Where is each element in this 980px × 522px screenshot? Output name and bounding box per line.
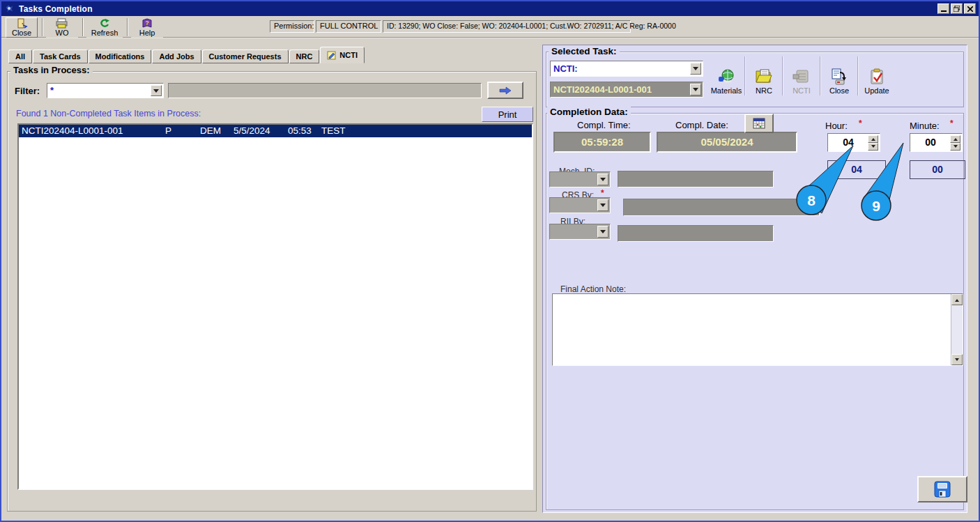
chevron-down-icon [693, 88, 698, 94]
task-id: NCTI202404-L0001-001 [22, 125, 123, 136]
print-button[interactable]: Print [482, 107, 533, 122]
main-toolbar: Close WO Refresh ? Help [1, 16, 979, 38]
mech-id-dropdown-button[interactable] [597, 174, 608, 185]
crs-by-dropdown-button[interactable] [597, 199, 608, 211]
minimize-button[interactable] [937, 3, 949, 14]
tab-label: Modifications [95, 52, 145, 61]
rii-by-dropdown-button[interactable] [597, 226, 608, 238]
hour-value: 04 [828, 137, 868, 148]
filter-combobox[interactable]: * [47, 83, 164, 98]
tab-add-jobs[interactable]: Add Jobs [152, 49, 201, 63]
scroll-up-icon [955, 297, 959, 302]
close-form-label: Close [12, 29, 31, 37]
door-exit-icon [15, 18, 28, 29]
task-type-dropdown-button[interactable] [690, 63, 701, 75]
close-window-button[interactable] [964, 3, 976, 14]
completion-data-group: Compl. Time: 05:59:28 Compl. Date: 05/05… [546, 113, 964, 510]
task-status: P [165, 125, 171, 136]
ncti-label: NCTI [793, 86, 811, 95]
tab-label: Add Jobs [159, 52, 194, 61]
tab-modifications[interactable]: Modifications [89, 49, 152, 63]
update-button[interactable]: Update [859, 55, 894, 97]
permission-label: Permission: [270, 20, 314, 33]
context-info: ID: 13290; WO Close: False; WO: 202404-L… [383, 20, 631, 33]
materials-label: Materials [711, 86, 742, 95]
filter-text-field[interactable] [168, 83, 482, 98]
task-id-combobox[interactable]: NCTI202404-L0001-001 [550, 82, 703, 98]
minute-display: 00 [910, 160, 965, 179]
mech-id-combobox[interactable] [549, 171, 611, 187]
completion-data-title: Completion Data: [547, 107, 631, 117]
tasks-group-title: Tasks in Process: [10, 65, 93, 75]
calendar-button[interactable] [744, 114, 774, 133]
tab-label: NRC [296, 52, 313, 61]
nrc-button[interactable]: NRC [747, 55, 781, 97]
app-icon [4, 3, 15, 14]
help-label: Help [139, 29, 155, 37]
tab-ncti[interactable]: NCTI [320, 47, 365, 63]
minute-spin-up-button[interactable] [950, 135, 960, 143]
toolbar-separator [744, 56, 746, 95]
mech-id-field[interactable] [618, 171, 774, 187]
task-id-dropdown-button[interactable] [690, 84, 701, 95]
filter-dropdown-button[interactable] [151, 85, 162, 96]
right-panel: Selected Task: NCTI: NCTI202404-L0001-00… [542, 45, 967, 513]
hour-spin-down-button[interactable] [868, 143, 878, 151]
minute-spinner[interactable]: 00 [910, 133, 963, 152]
filter-label: Filter: [15, 86, 40, 96]
scroll-down-button[interactable] [951, 354, 963, 365]
toolbar-separator [820, 56, 821, 95]
compl-time-label: Compl. Time: [577, 120, 631, 130]
restore-button[interactable] [951, 3, 963, 14]
rii-by-combobox[interactable] [549, 224, 611, 240]
materials-button[interactable]: Materials [709, 55, 744, 97]
hour-spin-up-button[interactable] [868, 135, 878, 143]
found-items-text: Found 1 Non-Completed Task Items in Proc… [16, 109, 201, 118]
minute-spin-down-button[interactable] [950, 143, 960, 151]
tab-customer-requests[interactable]: Customer Requests [202, 49, 289, 63]
minute-required-marker: * [950, 118, 954, 128]
calendar-icon [753, 118, 765, 129]
tasks-listbox[interactable]: NCTI202404-L0001-001 P DEM 5/5/2024 05:5… [17, 123, 533, 490]
help-button[interactable]: ? Help [131, 17, 163, 38]
close-form-button[interactable]: Close [6, 17, 38, 38]
task-time: 05:53 [288, 125, 312, 136]
crs-by-field[interactable] [623, 199, 820, 216]
restore-icon [954, 6, 960, 12]
task-list-row[interactable]: NCTI202404-L0001-001 P DEM 5/5/2024 05:5… [19, 125, 532, 137]
spin-down-icon [871, 145, 875, 150]
task-code: DEM [200, 125, 221, 136]
task-actions-toolbar: Materials NRC NCTI [709, 55, 894, 97]
scroll-up-button[interactable] [951, 294, 963, 305]
rii-by-field[interactable] [618, 225, 774, 242]
apply-filter-button[interactable] [487, 82, 523, 99]
tasks-in-process-group: Tasks in Process: Filter: * Found 1 Non-… [7, 71, 537, 512]
note-scrollbar[interactable] [951, 294, 963, 365]
chevron-down-icon [153, 89, 159, 95]
tab-nrc[interactable]: NRC [289, 49, 320, 63]
ncti-grid-icon [793, 68, 811, 85]
close-task-button[interactable]: Close [822, 55, 857, 97]
tab-task-cards[interactable]: Task Cards [33, 49, 88, 63]
task-type-combobox[interactable]: NCTI: [550, 61, 703, 77]
save-button[interactable] [917, 476, 967, 502]
wo-label: WO [56, 29, 69, 37]
spin-up-icon [871, 136, 875, 141]
final-action-note-input[interactable] [553, 295, 949, 364]
hour-spinner[interactable]: 04 [827, 133, 880, 152]
minute-label: Minute: [910, 121, 940, 131]
final-action-note-label: Final Action Note: [560, 284, 626, 294]
spin-up-icon [954, 136, 958, 141]
tasks-completion-window: Tasks Completion [0, 0, 980, 522]
update-label: Update [864, 86, 889, 95]
tab-all[interactable]: All [8, 49, 32, 63]
arrow-right-icon [498, 86, 512, 95]
materials-globe-icon [717, 68, 735, 85]
permission-value: FULL CONTROL [316, 20, 381, 33]
wo-button[interactable]: WO [46, 17, 78, 38]
crs-by-combobox[interactable] [549, 197, 611, 213]
tab-label: Task Cards [40, 52, 81, 61]
refresh-button[interactable]: Refresh [86, 17, 123, 38]
task-type-value: NCTI: [553, 63, 578, 74]
window-title: Tasks Completion [19, 4, 93, 14]
